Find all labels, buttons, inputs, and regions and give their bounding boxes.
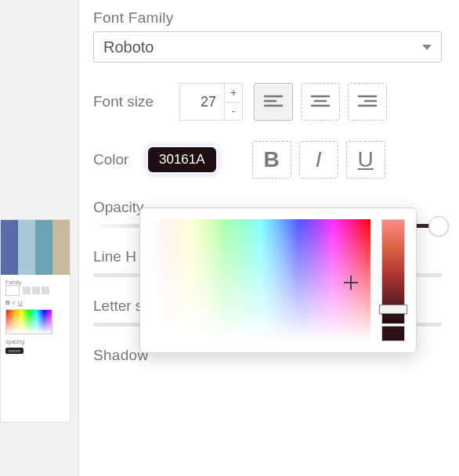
thumb-underline: U [18, 299, 23, 306]
italic-button[interactable]: I [299, 141, 338, 178]
label-font-size: Font size [93, 93, 168, 110]
thumb-palette [1, 220, 70, 275]
color-current-swatch [381, 326, 405, 341]
font-family-select[interactable]: Roboto [93, 31, 442, 63]
opacity-slider-thumb[interactable] [428, 216, 449, 236]
label-opacity: Opacity [93, 199, 143, 216]
thumb-mini-panel: Family B I U spacing xxxxx [1, 275, 70, 362]
hue-slider-thumb[interactable] [379, 305, 407, 314]
align-center-icon [310, 94, 331, 110]
underline-button[interactable]: U [346, 141, 385, 178]
chevron-down-icon [422, 45, 432, 50]
color-field-cursor-icon [344, 276, 358, 290]
thumb-bold: B [5, 299, 10, 306]
text-align-group [254, 83, 387, 121]
sidebar-preview-thumbnail: Family B I U spacing xxxxx [0, 219, 70, 423]
align-right-button[interactable] [348, 83, 387, 121]
font-size-input[interactable] [180, 84, 224, 120]
thumb-color-picker [5, 309, 52, 334]
color-saturation-field[interactable] [151, 219, 370, 341]
color-picker-popup [139, 207, 417, 353]
color-hex-input[interactable]: 30161A [148, 147, 216, 172]
thumb-pill: xxxxx [5, 348, 23, 354]
label-line-height: Line H [93, 248, 136, 265]
align-center-button[interactable] [301, 83, 340, 121]
font-family-value: Roboto [103, 38, 154, 56]
font-size-decrement[interactable]: - [225, 103, 242, 121]
color-hex-value: 30161A [159, 152, 205, 167]
thumb-italic: I [13, 299, 15, 306]
thumb-label-spacing: spacing [5, 339, 24, 344]
bold-button[interactable]: B [252, 141, 291, 178]
text-style-group: B I U [252, 141, 385, 178]
align-left-icon [263, 94, 284, 110]
label-color: Color [93, 151, 137, 168]
font-size-increment[interactable]: + [225, 84, 242, 103]
thumb-label-family: Family [5, 279, 65, 285]
label-font-family: Font Family [93, 9, 442, 27]
color-hue-slider[interactable] [381, 219, 405, 324]
align-left-button[interactable] [254, 83, 293, 121]
align-right-icon [357, 94, 378, 110]
font-size-stepper: + - [179, 83, 243, 121]
